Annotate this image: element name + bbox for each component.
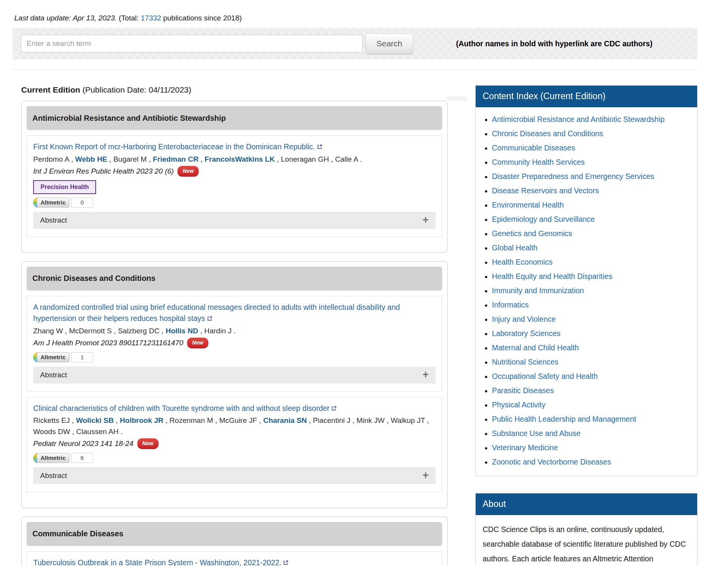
cdc-authors-note: (Author names in bold with hyperlink are… [456,39,652,48]
content-index-link[interactable]: Public Health Leadership and Management [492,415,636,423]
content-index-item: Disaster Preparedness and Emergency Serv… [492,172,697,181]
content-index-link[interactable]: Zoonotic and Vectorborne Diseases [492,458,611,466]
content-index-link[interactable]: Physical Activity [492,400,546,409]
content-index-link[interactable]: Veterinary Medicine [492,443,558,452]
author-name: Claussen AH [76,427,119,436]
article-title-line: A randomized controlled trial using brie… [33,302,436,325]
topic-section-heading: Communicable Diseases [27,522,442,546]
content-index-link[interactable]: Antimicrobial Resistance and Antibiotic … [492,115,665,123]
content-index-item: Informatics [492,301,697,309]
external-link-icon[interactable] [331,404,337,415]
article: Clinical characteristics of children wit… [27,397,442,492]
author-name: Loneragan GH [281,155,329,163]
content-index-link[interactable]: Health Economics [492,258,552,266]
content-index-link[interactable]: Immunity and Immunization [492,286,584,295]
content-index-item: Genetics and Genomics [492,229,697,238]
sidebar: Content Index (Current Edition) Antimicr… [475,85,698,566]
content-index-item: Occupational Safety and Health [492,372,697,381]
content-index-item: Chronic Diseases and Conditions [492,129,697,138]
cdc-author-link[interactable]: Friedman CR [153,155,198,163]
external-link-icon[interactable] [207,314,213,325]
abstract-toggle[interactable]: Abstract + [33,212,436,229]
content-index-header: Content Index (Current Edition) [476,86,697,107]
about-panel: About CDC Science Clips is an online, co… [475,493,698,566]
content-index-link[interactable]: Chronic Diseases and Conditions [492,129,603,138]
topic-section-heading: Chronic Diseases and Conditions [27,267,442,291]
abstract-label: Abstract [40,216,67,225]
abstract-label: Abstract [40,371,67,379]
topic-tag: Precision Health [33,180,96,194]
article-title-line: Tuberculosis Outbreak in a State Prison … [33,557,436,566]
journal-line: Int J Environ Res Public Health 2023 20 … [33,166,436,177]
content-index-link[interactable]: Environmental Health [492,201,564,209]
plus-icon: + [422,370,429,380]
new-badge: New [177,166,199,177]
content-index-link[interactable]: Global Health [492,243,537,252]
content-index-link[interactable]: Nutritional Sciences [492,358,558,366]
cdc-author-link[interactable]: Holbrook JR [120,416,164,424]
abstract-toggle[interactable]: Abstract + [33,467,436,484]
content-index-link[interactable]: Communicable Diseases [492,144,575,152]
topic-section-heading: Antimicrobial Resistance and Antibiotic … [27,106,442,130]
author-name: Salzberg DC [118,327,160,335]
author-name: Calle A [335,155,358,163]
content-index-link[interactable]: Parasitic Diseases [492,386,554,395]
plus-icon: + [422,470,429,481]
cdc-author-link[interactable]: Hollis ND [166,327,198,335]
content-index-item: Antimicrobial Resistance and Antibiotic … [492,115,697,124]
article: A randomized controlled trial using brie… [27,296,442,392]
content-index-item: Global Health [492,243,697,252]
content-index-link[interactable]: Maternal and Child Health [492,343,579,352]
article-list: Tuberculosis Outbreak in a State Prison … [27,551,442,566]
content-index-link[interactable]: Disease Reservoirs and Vectors [492,186,599,195]
content-index-link[interactable]: Health Equity and Health Disparities [492,272,612,280]
content-index-panel: Content Index (Current Edition) Antimicr… [475,85,698,476]
content-index-link[interactable]: Substance Use and Abuse [492,429,581,438]
main-column: Current Edition (Publication Date: 04/11… [21,85,448,566]
content-index-link[interactable]: Occupational Safety and Health [492,372,598,380]
altmetric-score: 0 [71,198,93,208]
content-index-link[interactable]: Epidemiology and Surveillance [492,215,595,223]
article-title-link[interactable]: A randomized controlled trial using brie… [33,303,400,323]
cdc-author-link[interactable]: FrancoisWatkins LK [204,155,275,163]
search-band: Search (Author names in bold with hyperl… [12,28,698,59]
external-link-icon[interactable] [283,558,289,566]
tag-line: Precision Health [33,180,436,194]
content-index-item: Veterinary Medicine [492,443,697,452]
content-index-link[interactable]: Informatics [492,301,529,309]
content-row: Current Edition (Publication Date: 04/11… [12,85,698,566]
article: Tuberculosis Outbreak in a State Prison … [27,551,442,566]
content-index-item: Laboratory Sciences [492,329,697,338]
total-publications-link[interactable]: 17332 [141,14,161,22]
cdc-author-link[interactable]: Wolicki SB [76,416,114,424]
altmetric-badge[interactable]: Altmetric 6 [33,453,93,463]
article-list: First Known Report of mcr-Harboring Ente… [27,135,442,237]
content-index-link[interactable]: Genetics and Genomics [492,229,572,238]
content-index-link[interactable]: Community Health Services [492,158,585,166]
article-title-link[interactable]: First Known Report of mcr-Harboring Ente… [33,142,315,151]
article-title-link[interactable]: Tuberculosis Outbreak in a State Prison … [33,558,281,566]
altmetric-score: 1 [71,352,93,362]
article-title-link[interactable]: Clinical characteristics of children wit… [33,404,329,412]
author-name: Woods DW [33,427,70,436]
journal-citation: Int J Environ Res Public Health 2023 20 … [33,167,174,175]
content-index-item: Maternal and Child Health [492,343,697,352]
topic-section: Communicable Diseases Tuberculosis Outbr… [21,517,448,566]
content-index-item: Community Health Services [492,158,697,167]
content-index-link[interactable]: Injury and Violence [492,315,556,323]
search-input[interactable] [21,35,363,52]
content-index-item: Nutritional Sciences [492,358,697,367]
cdc-author-link[interactable]: Webb HE [75,155,107,163]
content-index-link[interactable]: Laboratory Sciences [492,329,561,338]
content-index-item: Parasitic Diseases [492,386,697,395]
external-link-icon[interactable] [317,142,323,153]
author-name: Hardin J [204,327,232,335]
search-button[interactable]: Search [366,34,413,54]
content-index-link[interactable]: Disaster Preparedness and Emergency Serv… [492,172,654,181]
content-index-item: Zoonotic and Vectorborne Diseases [492,458,697,466]
content-index-item: Communicable Diseases [492,144,697,152]
altmetric-badge[interactable]: Altmetric 0 [33,197,93,208]
abstract-toggle[interactable]: Abstract + [33,367,436,384]
cdc-author-link[interactable]: Charania SN [263,416,307,424]
altmetric-badge[interactable]: Altmetric 1 [33,352,93,363]
